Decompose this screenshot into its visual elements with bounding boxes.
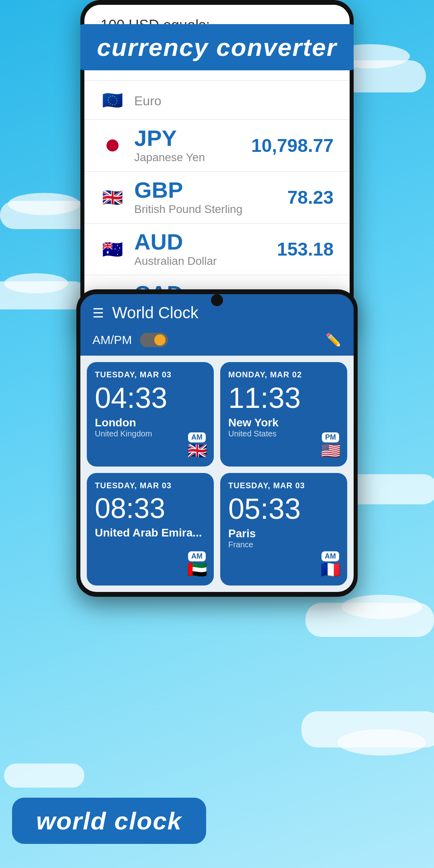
clock-grid: TUESDAY, MAR 03 04:33 AM London United K… — [80, 356, 354, 592]
ampm-label: AM/PM — [92, 333, 132, 347]
aud-code: AUD — [134, 231, 277, 253]
clock-card-london[interactable]: TUESDAY, MAR 03 04:33 AM London United K… — [87, 362, 214, 467]
london-date: TUESDAY, MAR 03 — [95, 370, 206, 379]
gbp-code: GBP — [134, 179, 287, 201]
clock-card-newyork[interactable]: MONDAY, MAR 02 11:33 PM New York United … — [220, 362, 347, 467]
jpy-info: JPY Japanese Yen — [134, 127, 251, 164]
uae-time: 08:33 — [95, 494, 206, 522]
phone-notch — [211, 294, 223, 306]
ampm-toggle[interactable] — [140, 333, 168, 347]
uae-flag: 🇦🇪 — [187, 560, 207, 579]
uae-city: United Arab Emira... — [95, 526, 206, 539]
paris-date: TUESDAY, MAR 03 — [228, 481, 339, 490]
newyork-flag: 🇺🇸 — [321, 441, 341, 460]
eur-flag: 🇪🇺 — [100, 88, 125, 112]
uae-date: TUESDAY, MAR 03 — [95, 481, 206, 490]
paris-time: 05:33 — [228, 494, 339, 523]
toggle-track — [140, 333, 168, 347]
currency-phone: currency converter 100 USD equals: 🇺🇸 US… — [80, 0, 354, 332]
aud-flag: 🇦🇺 — [100, 237, 125, 261]
currency-row-jpy[interactable]: JPY Japanese Yen 10,798.77 — [84, 120, 350, 172]
jpy-code: JPY — [134, 127, 251, 149]
edit-icon[interactable]: ✏️ — [326, 332, 342, 348]
jpy-amount: 10,798.77 — [251, 135, 334, 156]
aud-name: Australian Dollar — [134, 255, 277, 268]
toggle-thumb — [154, 334, 166, 346]
menu-icon[interactable]: ☰ — [92, 305, 104, 321]
london-time: 04:33 — [95, 383, 206, 412]
gbp-name: British Pound Sterling — [134, 203, 287, 216]
gbp-info: GBP British Pound Sterling — [134, 179, 287, 216]
currency-row-aud[interactable]: 🇦🇺 AUD Australian Dollar 153.18 — [84, 223, 350, 275]
world-clock-title: World Clock — [112, 304, 342, 322]
currency-banner-text: currency converter — [97, 33, 337, 61]
newyork-date: MONDAY, MAR 02 — [228, 370, 339, 379]
newyork-city: New York — [228, 416, 339, 429]
currency-banner: currency converter — [80, 24, 354, 70]
aud-amount: 153.18 — [277, 238, 334, 260]
london-flag: 🇬🇧 — [187, 441, 207, 460]
world-clock-banner-text: world clock — [36, 807, 182, 835]
aud-info: AUD Australian Dollar — [134, 231, 277, 268]
world-clock-screen: ☰ World Clock AM/PM ✏️ TUESDAY, MAR 03 0… — [80, 294, 354, 592]
world-clock-phone: ☰ World Clock AM/PM ✏️ TUESDAY, MAR 03 0… — [76, 289, 358, 597]
clock-card-paris[interactable]: TUESDAY, MAR 03 05:33 AM Paris France 🇫🇷 — [220, 473, 347, 585]
london-city: London — [95, 416, 206, 429]
jpy-flag — [100, 133, 125, 158]
wc-toolbar: AM/PM ✏️ — [80, 328, 354, 356]
newyork-time: 11:33 — [228, 383, 339, 412]
paris-flag: 🇫🇷 — [321, 560, 341, 579]
jpy-name: Japanese Yen — [134, 151, 251, 164]
currency-row-gbp[interactable]: 🇬🇧 GBP British Pound Sterling 78.23 — [84, 172, 350, 223]
clock-card-uae[interactable]: TUESDAY, MAR 03 08:33 AM United Arab Emi… — [87, 473, 214, 585]
eur-name: Euro — [134, 94, 334, 108]
gbp-flag: 🇬🇧 — [100, 185, 125, 209]
world-clock-banner: world clock — [12, 798, 206, 844]
gbp-amount: 78.23 — [287, 186, 334, 208]
paris-city: Paris — [228, 527, 339, 540]
eur-info: Euro — [134, 92, 334, 108]
paris-country: France — [228, 540, 339, 549]
currency-row-eur[interactable]: 🇪🇺 Euro — [84, 81, 350, 120]
